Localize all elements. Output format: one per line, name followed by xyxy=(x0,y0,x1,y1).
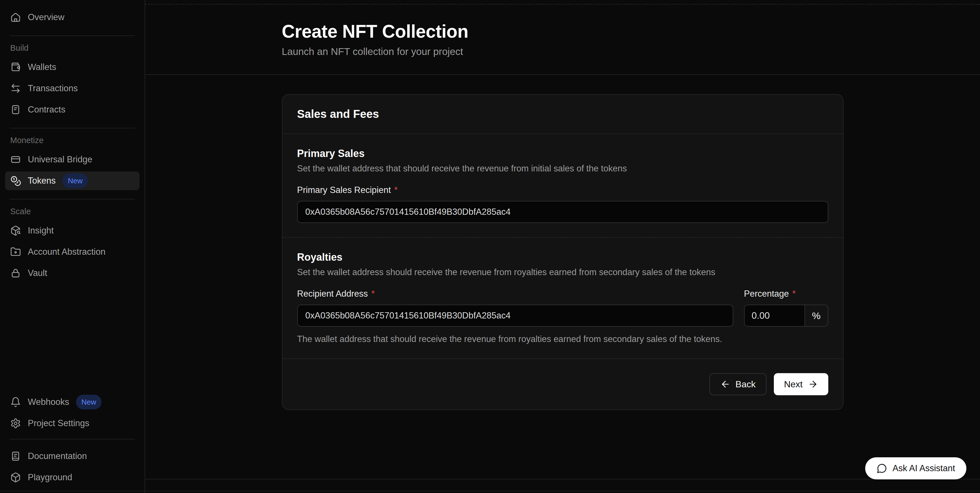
sidebar-item-tokens[interactable]: Tokens New xyxy=(5,171,140,190)
sidebar-item-label: Wallets xyxy=(28,62,56,72)
gear-icon xyxy=(10,418,21,429)
sidebar: Overview Build Wallets Transactions Cont… xyxy=(0,0,145,493)
page-title: Create NFT Collection xyxy=(282,21,843,42)
primary-sales-description: Set the wallet address that should recei… xyxy=(297,163,828,174)
sidebar-item-label: Playground xyxy=(28,472,72,482)
page-bottom-rule xyxy=(0,491,980,491)
next-button[interactable]: Next xyxy=(774,373,828,395)
sidebar-item-contracts[interactable]: Contracts xyxy=(5,100,140,119)
sidebar-divider xyxy=(10,35,135,36)
package-search-icon xyxy=(10,225,21,236)
lock-icon xyxy=(10,268,21,279)
sidebar-item-playground[interactable]: Playground xyxy=(5,468,140,487)
ask-ai-assistant-button[interactable]: Ask AI Assistant xyxy=(865,457,966,479)
required-asterisk: * xyxy=(792,289,796,299)
sidebar-item-account-abstraction[interactable]: Account Abstraction xyxy=(5,243,140,261)
chat-bubble-icon xyxy=(877,463,887,474)
page-header: Create NFT Collection Launch an NFT coll… xyxy=(145,0,980,75)
percentage-input-group: % xyxy=(744,304,828,327)
home-icon xyxy=(10,12,21,23)
sidebar-item-label: Project Settings xyxy=(28,418,89,428)
royalties-section: Royalties Set the wallet address should … xyxy=(282,238,843,358)
arrow-left-icon xyxy=(720,379,730,389)
arrows-left-right-icon xyxy=(10,83,21,94)
wallet-icon xyxy=(10,62,21,73)
cube-icon xyxy=(10,472,21,483)
book-icon xyxy=(10,451,21,461)
sidebar-item-insight[interactable]: Insight xyxy=(5,221,140,240)
card-title: Sales and Fees xyxy=(297,108,828,120)
primary-sales-heading: Primary Sales xyxy=(297,147,828,160)
sidebar-item-transactions[interactable]: Transactions xyxy=(5,79,140,98)
bell-icon xyxy=(10,397,21,407)
royalties-heading: Royalties xyxy=(297,251,828,263)
sidebar-item-label: Tokens xyxy=(28,176,56,186)
percent-suffix: % xyxy=(805,305,828,326)
sales-and-fees-card: Sales and Fees Primary Sales Set the wal… xyxy=(282,94,843,410)
sidebar-divider xyxy=(10,128,135,128)
sidebar-item-universal-bridge[interactable]: Universal Bridge xyxy=(5,150,140,169)
contract-icon xyxy=(10,104,21,115)
sidebar-divider xyxy=(10,439,135,439)
primary-sales-recipient-label: Primary Sales Recipient * xyxy=(297,185,828,195)
card-header: Sales and Fees xyxy=(282,95,843,134)
sidebar-item-project-settings[interactable]: Project Settings xyxy=(5,414,140,433)
coins-icon xyxy=(10,175,21,186)
sidebar-item-vault[interactable]: Vault xyxy=(5,264,140,282)
page-subtitle: Launch an NFT collection for your projec… xyxy=(282,46,843,57)
sidebar-item-label: Webhooks xyxy=(28,397,69,407)
royalties-description: Set the wallet address should receive th… xyxy=(297,267,828,277)
recipient-address-label: Recipient Address * xyxy=(297,289,733,299)
sidebar-divider xyxy=(10,199,135,200)
percentage-input[interactable] xyxy=(745,305,805,326)
sidebar-bottom-group: Webhooks New Project Settings Documentat… xyxy=(5,393,140,487)
sidebar-item-label: Contracts xyxy=(28,105,65,115)
back-button[interactable]: Back xyxy=(710,373,767,395)
sidebar-section-label-build: Build xyxy=(10,43,140,53)
card-footer: Back Next xyxy=(282,359,843,409)
sidebar-item-label: Documentation xyxy=(28,451,87,461)
main-content: Create NFT Collection Launch an NFT coll… xyxy=(145,0,980,493)
royalties-helper-text: The wallet address that should receive t… xyxy=(297,334,828,344)
required-asterisk: * xyxy=(394,185,398,195)
folder-dot-icon xyxy=(10,246,21,257)
arrow-right-icon xyxy=(808,379,818,389)
percentage-label: Percentage * xyxy=(744,289,828,299)
sidebar-item-documentation[interactable]: Documentation xyxy=(5,447,140,466)
bridge-card-icon xyxy=(10,154,21,165)
new-badge: New xyxy=(76,395,102,409)
recipient-address-input[interactable] xyxy=(297,304,733,327)
new-badge: New xyxy=(62,173,88,188)
sidebar-section-label-scale: Scale xyxy=(10,207,140,216)
required-asterisk: * xyxy=(371,289,375,299)
sidebar-item-label: Account Abstraction xyxy=(28,247,105,257)
sidebar-item-label: Overview xyxy=(28,12,64,22)
sidebar-item-label: Universal Bridge xyxy=(28,154,92,165)
primary-sales-section: Primary Sales Set the wallet address tha… xyxy=(282,134,843,237)
sidebar-item-webhooks[interactable]: Webhooks New xyxy=(5,393,140,411)
sidebar-item-overview[interactable]: Overview xyxy=(5,8,140,27)
bottom-rule xyxy=(145,479,980,479)
sidebar-item-label: Vault xyxy=(28,268,47,278)
sidebar-item-label: Insight xyxy=(28,225,54,236)
sidebar-item-wallets[interactable]: Wallets xyxy=(5,58,140,76)
primary-sales-recipient-input[interactable] xyxy=(297,201,828,223)
sidebar-item-label: Transactions xyxy=(28,83,78,94)
sidebar-section-label-monetize: Monetize xyxy=(10,136,140,145)
top-dashed-rule xyxy=(145,4,980,5)
